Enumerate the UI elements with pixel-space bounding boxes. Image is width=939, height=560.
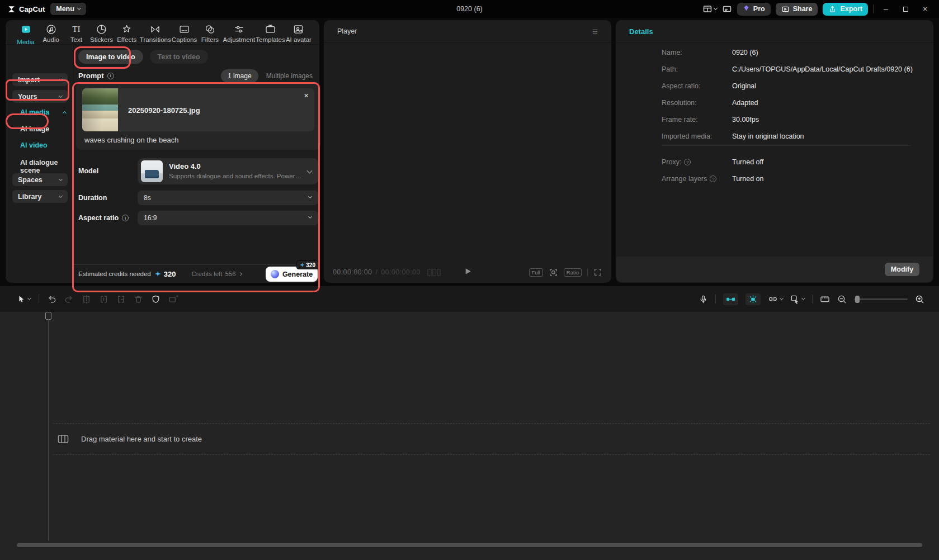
app-name: CapCut	[19, 5, 45, 13]
tab-transitions[interactable]: Transitions	[140, 23, 171, 44]
delete-button[interactable]	[134, 295, 143, 304]
one-image-tab[interactable]: 1 image	[221, 69, 258, 83]
info-icon[interactable]	[122, 215, 129, 221]
share-label: Share	[793, 5, 813, 13]
credits-needed-label: Estimated credits needed	[78, 270, 151, 277]
player-menu-icon[interactable]: ≡	[592, 27, 598, 36]
minimize-button[interactable]: –	[879, 0, 893, 18]
aspect-ratio-label-text: Aspect ratio	[78, 214, 119, 222]
generate-button[interactable]: Generate 320	[266, 267, 318, 282]
tab-media[interactable]: Media	[13, 23, 38, 44]
panel-toggle-button[interactable]	[722, 4, 732, 14]
modify-button[interactable]: Modify	[885, 263, 919, 276]
help-icon[interactable]	[684, 159, 691, 165]
delete-right-button[interactable]	[116, 295, 126, 304]
duration-select[interactable]: 8s	[138, 191, 318, 205]
tab-effects[interactable]: Effects	[115, 23, 139, 44]
sidebar-item-spaces[interactable]: Spaces	[12, 173, 68, 186]
pro-button[interactable]: Pro	[737, 3, 771, 16]
horizontal-scrollbar[interactable]	[17, 543, 922, 547]
magnetic-snap-button[interactable]	[723, 293, 738, 305]
timeline-drop-zone[interactable]: Drag material here and start to create	[53, 423, 930, 455]
link-button[interactable]	[768, 295, 783, 303]
credits-left-link[interactable]: Credits left 556	[191, 270, 241, 277]
sidebar-item-ai-media[interactable]: AI media	[20, 108, 49, 116]
sidebar-item-library[interactable]: Library	[12, 190, 68, 203]
chevron-right-icon	[238, 272, 242, 276]
model-select[interactable]: Video 4.0 Supports dialogue and sound ef…	[138, 158, 318, 184]
zoom-out-icon[interactable]	[837, 295, 847, 304]
delete-left-button[interactable]	[99, 295, 108, 304]
ratio-button[interactable]: Ratio	[564, 268, 582, 277]
text-to-video-tab[interactable]: Text to video	[150, 50, 208, 64]
tab-adjustment[interactable]: Adjustment	[223, 23, 256, 44]
tab-captions[interactable]: Captions	[172, 23, 197, 44]
undo-button[interactable]	[47, 295, 56, 304]
tab-audio[interactable]: Audio	[39, 23, 63, 44]
sidebar-item-ai-dialogue-scene[interactable]: AI dialogue scene	[20, 159, 73, 174]
model-name: Video 4.0	[169, 162, 201, 170]
controls-divider	[587, 269, 588, 276]
mask-button[interactable]	[151, 295, 161, 304]
redo-button[interactable]	[64, 295, 74, 304]
prompt-label-text: Prompt	[78, 72, 104, 80]
ai-avatar-icon	[292, 23, 304, 35]
record-audio-button[interactable]	[699, 295, 708, 304]
info-icon[interactable]	[107, 73, 114, 79]
layout-switcher-button[interactable]	[702, 4, 717, 14]
detail-value: Stay in original location	[732, 132, 804, 140]
zoom-in-icon[interactable]	[915, 295, 924, 304]
details-title: Details	[629, 27, 653, 36]
fit-to-screen-icon[interactable]	[549, 268, 558, 277]
share-icon	[781, 5, 790, 13]
auto-select-button[interactable]	[790, 295, 805, 304]
auto-snap-button[interactable]	[745, 293, 761, 305]
tab-text[interactable]: TI Text	[64, 23, 88, 44]
tab-ai-avatar[interactable]: AI avatar	[286, 23, 312, 44]
play-button[interactable]	[463, 267, 473, 278]
image-to-video-tab[interactable]: Image to video	[78, 50, 143, 64]
sidebar-item-yours[interactable]: Yours	[12, 90, 68, 103]
capcut-logo-icon	[7, 4, 16, 14]
sidebar-item-ai-video[interactable]: AI video	[20, 141, 48, 149]
prompt-input-area[interactable]: 20250920-180725.jpg × waves crushing on …	[76, 82, 320, 150]
details-row-aspect-ratio: Aspect ratio: Original	[616, 82, 933, 91]
export-button[interactable]: Export	[823, 3, 868, 16]
details-row-arrange-layers: Arrange layers Turned on	[616, 175, 933, 184]
playhead-handle[interactable]	[45, 312, 51, 320]
toolbar-divider	[715, 295, 716, 303]
chevron-down-icon	[308, 194, 312, 198]
aspect-ratio-select[interactable]: 16:9	[138, 211, 318, 225]
detail-label: Path:	[662, 65, 678, 73]
titlebar-left: CapCut Menu	[7, 3, 86, 15]
prompt-label: Prompt	[78, 72, 114, 80]
remove-image-icon[interactable]: ×	[304, 91, 309, 100]
tab-stickers[interactable]: Stickers	[89, 23, 114, 44]
timeline-preview-button[interactable]	[820, 295, 830, 303]
timeline-zoom-slider[interactable]	[854, 298, 908, 300]
sidebar-item-import[interactable]: Import	[12, 73, 68, 86]
full-preview-button[interactable]: Full	[529, 268, 543, 277]
multiple-images-tab[interactable]: Multiple images	[266, 72, 313, 80]
close-button[interactable]: ×	[918, 0, 932, 18]
split-button[interactable]	[82, 295, 91, 304]
generate-label: Generate	[282, 270, 313, 278]
details-panel: Details Name: 0920 (6) Path: C:/Users/TO…	[616, 20, 933, 283]
capcut-logo: CapCut	[7, 4, 45, 14]
filters-icon	[204, 23, 216, 35]
zoom-slider-handle[interactable]	[855, 296, 860, 303]
playhead[interactable]	[45, 312, 51, 320]
share-button[interactable]: Share	[776, 3, 818, 16]
chevron-up-icon	[63, 111, 67, 115]
select-tool-button[interactable]	[17, 295, 31, 303]
prompt-text[interactable]: waves crushing on the beach	[84, 136, 178, 144]
tab-templates[interactable]: Templates	[256, 23, 285, 44]
menu-button[interactable]: Menu	[50, 3, 86, 15]
help-icon[interactable]	[710, 175, 716, 182]
overwrite-button[interactable]	[168, 295, 178, 304]
tab-filters[interactable]: Filters	[197, 23, 222, 44]
fullscreen-icon[interactable]	[593, 268, 602, 277]
sidebar-item-ai-image[interactable]: AI image	[20, 125, 49, 133]
maximize-button[interactable]	[898, 0, 913, 18]
model-label: Model	[78, 167, 98, 175]
